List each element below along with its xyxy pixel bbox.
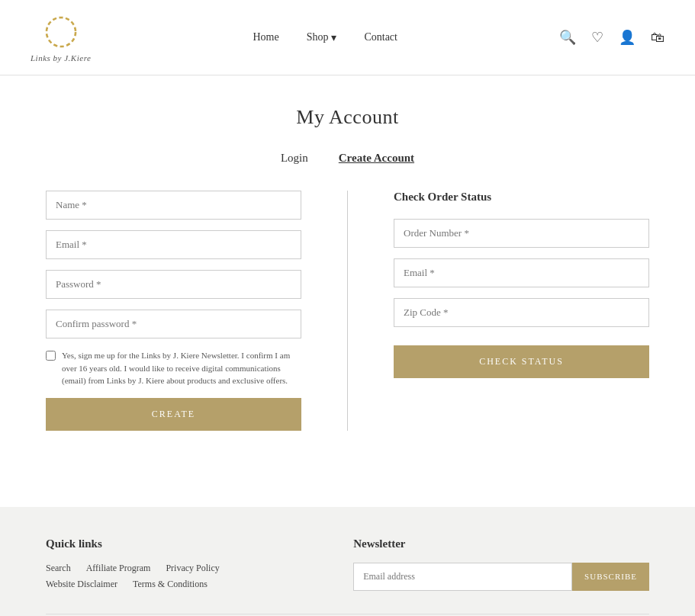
footer-link-affiliate[interactable]: Affiliate Program xyxy=(86,563,151,574)
footer-link-search[interactable]: Search xyxy=(46,563,71,574)
newsletter-checkbox[interactable] xyxy=(46,351,56,361)
confirm-password-input[interactable] xyxy=(46,310,301,338)
password-field-group xyxy=(46,270,301,299)
newsletter-label: Yes, sign me up for the Links by J. Kier… xyxy=(62,349,301,387)
zip-code-group xyxy=(394,298,649,327)
order-number-group xyxy=(394,219,649,248)
brand-name: Links by J.Kiere xyxy=(31,53,91,63)
create-account-section: Yes, sign me up for the Links by J. Kier… xyxy=(46,191,348,431)
main-content: My Account Login Create Account xyxy=(0,75,695,476)
nav-contact[interactable]: Contact xyxy=(364,31,397,43)
subscribe-button[interactable]: SUBSCRIBE xyxy=(572,563,649,591)
newsletter-form: SUBSCRIBE xyxy=(353,563,649,591)
footer-divider xyxy=(46,614,649,614)
check-status-button[interactable]: CHECK STATUS xyxy=(394,345,649,378)
footer-link-terms[interactable]: Terms & Conditions xyxy=(133,579,208,590)
wishlist-icon[interactable]: ♡ xyxy=(591,29,603,46)
nav-home[interactable]: Home xyxy=(253,31,278,43)
order-email-input[interactable] xyxy=(394,258,649,287)
account-sections: Yes, sign me up for the Links by J. Kier… xyxy=(46,191,649,431)
chevron-down-icon: ▾ xyxy=(331,31,336,44)
zip-input[interactable] xyxy=(394,298,649,327)
newsletter-section: Newsletter SUBSCRIBE xyxy=(353,537,649,591)
search-icon[interactable]: 🔍 xyxy=(559,29,576,46)
account-icon[interactable]: 👤 xyxy=(619,29,635,46)
tab-create-account[interactable]: Create Account xyxy=(339,152,414,168)
header-actions: 🔍 ♡ 👤 🛍 xyxy=(559,29,664,46)
name-field-group xyxy=(46,191,301,220)
quick-links-grid: Search Affiliate Program Privacy Policy … xyxy=(46,563,292,590)
order-number-input[interactable] xyxy=(394,219,649,248)
create-account-button[interactable]: CREATE xyxy=(46,398,301,431)
main-nav: Home Shop ▾ Contact xyxy=(253,31,397,44)
nav-shop[interactable]: Shop ▾ xyxy=(307,31,337,44)
footer-link-privacy[interactable]: Privacy Policy xyxy=(166,563,219,574)
check-order-title: Check Order Status xyxy=(394,191,649,204)
site-header: Links by J.Kiere Home Shop ▾ Contact 🔍 ♡… xyxy=(0,0,695,75)
logo-icon xyxy=(41,12,81,52)
svg-point-0 xyxy=(47,18,76,47)
order-email-group xyxy=(394,258,649,287)
quick-links-title: Quick links xyxy=(46,537,292,550)
page-title: My Account xyxy=(46,106,649,129)
newsletter-title: Newsletter xyxy=(353,537,649,550)
password-input[interactable] xyxy=(46,270,301,299)
footer-top: Quick links Search Affiliate Program Pri… xyxy=(46,537,649,591)
email-field-group xyxy=(46,230,301,259)
cart-icon[interactable]: 🛍 xyxy=(651,30,664,46)
tab-login[interactable]: Login xyxy=(281,152,308,168)
site-footer: Quick links Search Affiliate Program Pri… xyxy=(0,507,695,617)
logo[interactable]: Links by J.Kiere xyxy=(31,12,91,63)
newsletter-email-input[interactable] xyxy=(353,563,572,591)
check-order-section: Check Order Status CHECK STATUS xyxy=(348,191,649,431)
email-input[interactable] xyxy=(46,230,301,259)
confirm-password-field-group xyxy=(46,310,301,338)
newsletter-checkbox-area: Yes, sign me up for the Links by J. Kier… xyxy=(46,349,301,387)
footer-link-disclaimer[interactable]: Website Disclaimer xyxy=(46,579,117,590)
account-tabs: Login Create Account xyxy=(46,152,649,168)
quick-links-section: Quick links Search Affiliate Program Pri… xyxy=(46,537,292,591)
name-input[interactable] xyxy=(46,191,301,220)
